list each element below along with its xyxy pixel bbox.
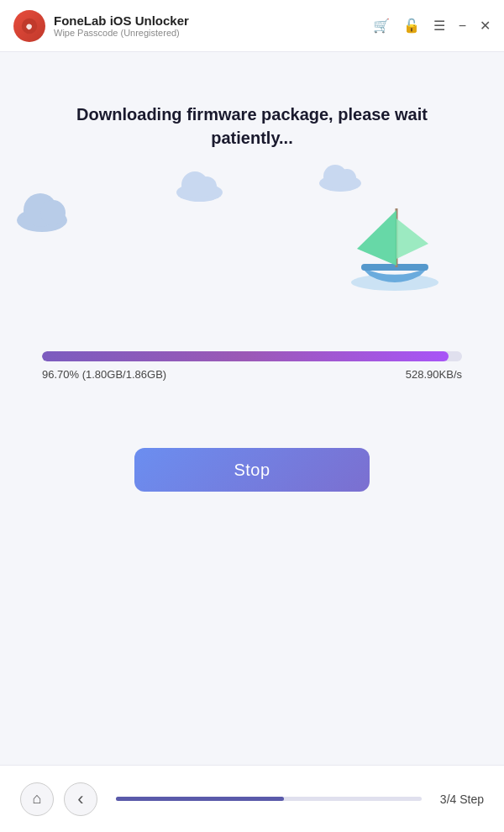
progress-section: 96.70% (1.80GB/1.86GB) 528.90KB/s	[34, 351, 470, 381]
progress-label-left: 96.70% (1.80GB/1.86GB)	[42, 368, 166, 381]
back-button[interactable]: ‹	[64, 782, 97, 816]
window-controls: 🛒 🔓 ☰ − ✕	[373, 18, 491, 34]
minimize-icon[interactable]: −	[459, 18, 466, 34]
back-icon: ‹	[77, 788, 83, 810]
step-label: 3/4 Step	[440, 793, 484, 806]
illustration-area	[34, 158, 470, 351]
step-progress-fill	[116, 797, 284, 801]
cloud-center-left-icon	[176, 183, 223, 202]
bottom-bar: ⌂ ‹ 3/4 Step	[0, 765, 504, 832]
main-content: Downloading firmware package, please wai…	[0, 52, 504, 492]
progress-labels: 96.70% (1.80GB/1.86GB) 528.90KB/s	[42, 368, 462, 381]
home-icon: ⌂	[33, 790, 42, 808]
home-button[interactable]: ⌂	[20, 782, 54, 816]
app-logo	[13, 10, 45, 42]
titlebar: FoneLab iOS Unlocker Wipe Passcode (Unre…	[0, 0, 504, 52]
app-title: FoneLab iOS Unlocker	[54, 13, 373, 28]
progress-label-right: 528.90KB/s	[406, 368, 462, 381]
progress-track	[42, 351, 462, 361]
progress-fill	[42, 351, 449, 361]
cloud-left-icon	[17, 208, 67, 232]
cart-icon[interactable]: 🛒	[373, 18, 390, 34]
app-subtitle: Wipe Passcode (Unregistered)	[54, 28, 373, 38]
app-title-group: FoneLab iOS Unlocker Wipe Passcode (Unre…	[54, 13, 373, 38]
close-icon[interactable]: ✕	[480, 18, 491, 34]
sailboat-icon	[344, 183, 445, 296]
stop-button[interactable]: Stop	[134, 448, 370, 492]
svg-rect-2	[361, 264, 428, 271]
menu-icon[interactable]: ☰	[433, 18, 445, 34]
step-progress-track	[116, 797, 422, 801]
lock-icon[interactable]: 🔓	[403, 18, 420, 34]
download-heading: Downloading firmware package, please wai…	[67, 103, 437, 150]
